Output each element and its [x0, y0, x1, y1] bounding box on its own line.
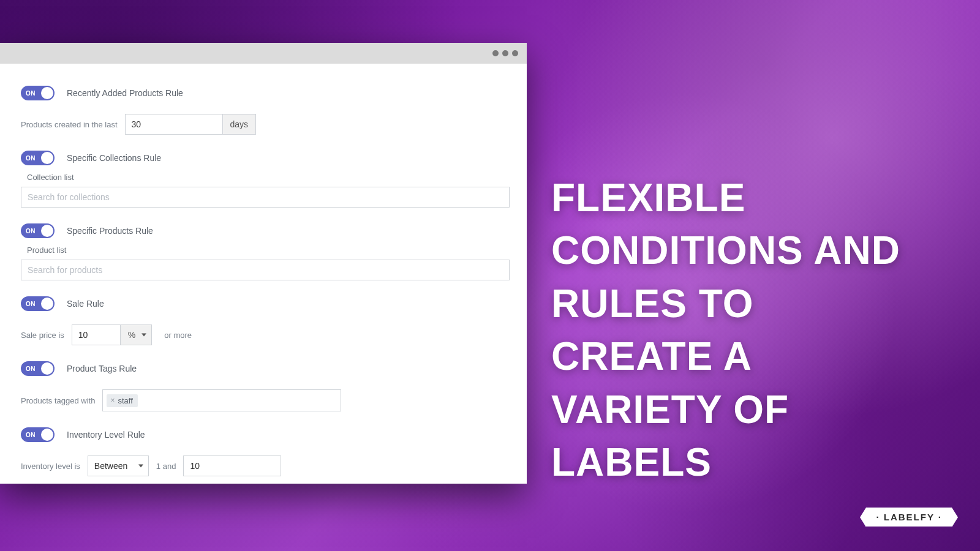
collection-list-label: Collection list [27, 173, 506, 182]
tags-rule-toggle[interactable]: ON [21, 361, 55, 376]
sale-rule-title: Sale Rule [67, 299, 104, 309]
products-rule-title: Specific Products Rule [67, 226, 153, 236]
collections-rule-title: Specific Collections Rule [67, 153, 161, 163]
recent-rule-toggle[interactable]: ON [21, 86, 55, 100]
window-control-dot[interactable] [492, 50, 499, 56]
tags-rule-row: Products tagged with × staff [21, 389, 506, 411]
browser-window: ON Recently Added Products Rule Products… [0, 43, 527, 484]
products-rule-header: ON Specific Products Rule [21, 223, 506, 238]
toggle-knob [41, 429, 53, 441]
inventory-rule-toggle[interactable]: ON [21, 427, 55, 442]
sale-rule-toggle[interactable]: ON [21, 296, 55, 311]
collections-rule-header: ON Specific Collections Rule [21, 151, 506, 165]
marketing-headline: Flexible conditions and rules to create … [551, 171, 900, 489]
toggle-label: ON [26, 301, 36, 307]
chevron-down-icon [141, 334, 146, 337]
recent-rule-row: Products created in the last 30 days [21, 114, 506, 135]
tags-lead: Products tagged with [21, 396, 95, 405]
sale-value-input[interactable]: 10 [72, 324, 121, 345]
window-control-dot[interactable] [502, 50, 508, 56]
inventory-rule-title: Inventory Level Rule [67, 430, 145, 440]
toggle-knob [41, 362, 53, 375]
sale-rule-header: ON Sale Rule [21, 296, 506, 311]
tags-rule-header: ON Product Tags Rule [21, 361, 506, 376]
sale-unit-value: % [128, 330, 135, 340]
toggle-label: ON [26, 155, 36, 162]
collection-search-input[interactable] [21, 187, 510, 208]
window-titlebar [0, 43, 527, 64]
recent-days-input[interactable]: 30 [125, 114, 223, 135]
product-list-label: Product list [27, 246, 506, 255]
inventory-mid: 1 and [156, 462, 176, 471]
toggle-knob [41, 152, 53, 164]
inventory-rule-header: ON Inventory Level Rule [21, 427, 506, 442]
toggle-label: ON [26, 365, 36, 372]
sale-trail: or more [164, 331, 192, 340]
toggle-label: ON [26, 228, 36, 234]
brand-label: · LABELFY · [876, 512, 942, 522]
tag-chip-label: staff [118, 396, 132, 405]
tags-rule-title: Product Tags Rule [67, 364, 137, 373]
toggle-knob [41, 225, 53, 237]
remove-icon[interactable]: × [110, 396, 115, 405]
brand-badge: · LABELFY · [866, 508, 952, 527]
rules-form: ON Recently Added Products Rule Products… [0, 64, 527, 489]
inventory-max-input[interactable]: 10 [183, 455, 281, 476]
tags-input[interactable]: × staff [102, 389, 341, 411]
window-control-dot[interactable] [512, 50, 518, 56]
product-search-input[interactable] [21, 260, 510, 280]
recent-days-suffix: days [223, 114, 257, 135]
tag-chip[interactable]: × staff [107, 394, 137, 407]
products-rule-toggle[interactable]: ON [21, 223, 55, 238]
inventory-rule-row: Inventory level is Between 1 and 10 [21, 455, 506, 476]
recent-rule-lead: Products created in the last [21, 120, 118, 129]
chevron-down-icon [138, 465, 143, 468]
sale-unit-select[interactable]: % [121, 324, 152, 345]
toggle-knob [41, 87, 53, 99]
collections-rule-toggle[interactable]: ON [21, 151, 55, 165]
inventory-lead: Inventory level is [21, 462, 80, 471]
sale-rule-row: Sale price is 10 % or more [21, 324, 506, 345]
inventory-mode-value: Between [94, 461, 127, 471]
inventory-mode-select[interactable]: Between [88, 455, 149, 476]
toggle-knob [41, 298, 53, 310]
sale-lead: Sale price is [21, 331, 64, 340]
toggle-label: ON [26, 90, 36, 97]
toggle-label: ON [26, 432, 36, 438]
recent-rule-title: Recently Added Products Rule [67, 88, 183, 98]
recent-rule-header: ON Recently Added Products Rule [21, 86, 506, 100]
